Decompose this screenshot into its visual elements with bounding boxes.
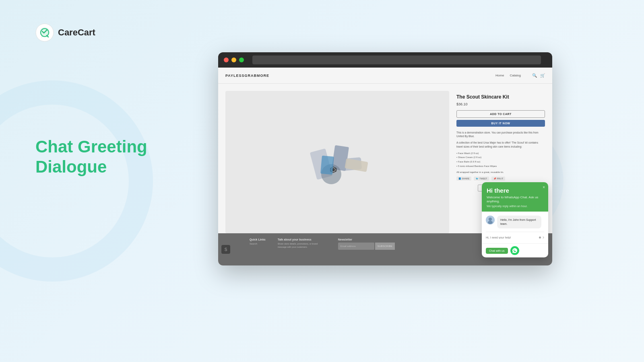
browser-window: PAYLESSGRABMORE Home Catalog 🔍 🛒 — [218, 52, 552, 265]
product-description: This is a demonstration store. You can p… — [456, 131, 545, 139]
footer-newsletter-title: Newsletter — [338, 238, 395, 241]
footer-business: Talk about your business Share store det… — [278, 238, 326, 249]
product-title: The Scout Skincare Kit — [456, 94, 545, 101]
footer-business-desc: Share store details, promotions, or bran… — [278, 243, 326, 249]
product-description2: A collection of the best Ursa Major has … — [456, 141, 545, 149]
product-image-area — [225, 91, 449, 233]
chat-greeting: Hi there — [487, 187, 543, 194]
logo-text: CareCart — [58, 27, 95, 38]
store-nav: PAYLESSGRABMORE Home Catalog 🔍 🛒 — [218, 68, 552, 84]
chat-agent-message: Hello, I'm John from Support team. — [497, 216, 541, 228]
social-share: 📘 SHARE 🐦 TWEET 📌 PIN IT — [456, 177, 545, 181]
cart-icon[interactable]: 🛒 — [540, 73, 545, 78]
chat-close-button[interactable]: × — [543, 185, 545, 189]
product-list-item: Shave Cream (2 fl oz) — [456, 155, 545, 160]
product-list: Face Wash (2 fl oz) Shave Cream (2 fl oz… — [456, 151, 545, 169]
address-bar[interactable] — [252, 56, 541, 64]
chat-input-area: › — [486, 232, 544, 240]
newsletter-input[interactable] — [338, 243, 374, 250]
svg-point-12 — [488, 221, 493, 224]
product-image-placeholder — [301, 130, 374, 194]
shopify-icon: S — [221, 245, 230, 254]
heading-line1: Chat Greeting — [35, 137, 147, 157]
chat-dot — [539, 237, 541, 239]
share-button[interactable]: 📘 SHARE — [456, 177, 471, 181]
bg-circle-left — [0, 80, 153, 282]
traffic-light-yellow[interactable] — [231, 58, 236, 62]
chat-reply-time: We typically reply within an hour. — [487, 205, 543, 208]
chat-welcome-text: Welcome to WhatsApp Chat. Ask us anythin… — [487, 195, 543, 204]
product-list-item: Face Wash (2 fl oz) — [456, 151, 545, 156]
chat-with-us-button[interactable]: Chat with us — [486, 248, 508, 254]
footer-newsletter: Newsletter SUBSCRIBE — [338, 238, 395, 250]
footer-quick-links-title: Quick Links — [250, 238, 266, 241]
chat-avatar — [486, 216, 495, 224]
chat-header: × Hi there Welcome to WhatsApp Chat. Ask… — [482, 182, 548, 212]
browser-titlebar — [218, 52, 552, 68]
buy-now-button[interactable]: BUY IT NOW — [456, 120, 545, 127]
chat-body: Hello, I'm John from Support team. › — [482, 212, 548, 243]
nav-icons: 🔍 🛒 — [532, 73, 545, 78]
footer-quick-links: Quick Links Search — [250, 238, 266, 245]
store-content: PAYLESSGRABMORE Home Catalog 🔍 🛒 — [218, 68, 552, 265]
chat-widget: × Hi there Welcome to WhatsApp Chat. Ask… — [482, 182, 548, 257]
chat-footer: Chat with us — [482, 243, 548, 257]
footer-search-link[interactable]: Search — [250, 243, 266, 245]
product-footer-text: All wrapped together in a great, reusabl… — [456, 171, 545, 173]
whatsapp-icon-button[interactable] — [510, 246, 519, 255]
store-nav-links: Home Catalog 🔍 🛒 — [495, 73, 545, 78]
nav-link-home[interactable]: Home — [495, 74, 504, 77]
product-price: $36.10 — [456, 102, 545, 106]
product-list-item: 5 tonic-infused Bamboo Face Wipes — [456, 164, 545, 169]
traffic-light-green[interactable] — [239, 58, 244, 62]
product-list-item: Face Balm (0.6 fl oz) — [456, 160, 545, 164]
left-panel-text: Chat Greeting Dialogue — [35, 137, 147, 177]
nav-link-catalog[interactable]: Catalog — [510, 74, 521, 77]
chat-input[interactable] — [486, 236, 537, 239]
carecart-logo-icon — [35, 23, 54, 42]
chat-send-button[interactable]: › — [543, 234, 544, 240]
tweet-button[interactable]: 🐦 TWEET — [474, 177, 489, 181]
pin-button[interactable]: 📌 PIN IT — [491, 177, 505, 181]
newsletter-row: SUBSCRIBE — [338, 243, 395, 250]
add-to-cart-button[interactable]: ADD TO CART — [456, 110, 545, 118]
svg-rect-8 — [320, 156, 334, 175]
subscribe-button[interactable]: SUBSCRIBE — [375, 243, 395, 250]
chat-message-row: Hello, I'm John from Support team. — [486, 216, 544, 228]
footer-business-title: Talk about your business — [278, 238, 326, 241]
traffic-light-red[interactable] — [224, 58, 229, 62]
svg-point-11 — [489, 218, 492, 221]
search-icon[interactable]: 🔍 — [532, 73, 537, 78]
store-brand: PAYLESSGRABMORE — [225, 74, 269, 78]
logo-area: CareCart — [35, 23, 95, 42]
heading-line2: Dialogue — [35, 157, 147, 177]
